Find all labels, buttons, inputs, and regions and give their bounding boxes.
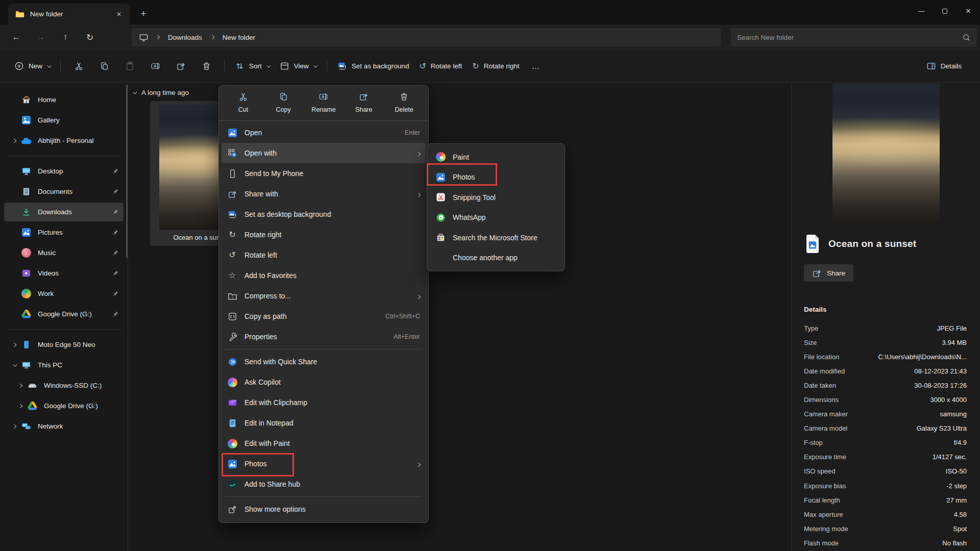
details-value: Galaxy S23 Ultra (917, 424, 967, 432)
chevron-right-icon[interactable] (14, 405, 27, 408)
sidebar-item-gallery[interactable]: Gallery (4, 111, 124, 130)
context-menu-item-send-to-my-phone[interactable]: Send to My Phone (222, 163, 426, 184)
sidebar-scrollbar[interactable] (126, 85, 128, 258)
context-menu-item-photos[interactable]: Photos (222, 454, 426, 474)
sidebar-item-moto-edge-50-neo[interactable]: Moto Edge 50 Neo (4, 335, 124, 354)
open-with-item-paint[interactable]: Paint (430, 147, 562, 167)
context-menu-item-edit-with-paint[interactable]: Edit with Paint (222, 433, 426, 454)
chevron-right-icon[interactable] (8, 139, 20, 142)
sidebar-item-documents[interactable]: Documents (4, 182, 124, 201)
context-menu-item-edit-in-notepad[interactable]: Edit in Notepad (222, 413, 426, 433)
context-quick-share-button[interactable]: Share (344, 91, 384, 113)
details-share-button[interactable]: Share (804, 264, 853, 282)
snipping-icon (435, 192, 446, 203)
context-menu-item-compress-to[interactable]: Compress to... (222, 286, 426, 306)
rotate-right-icon: ↻ (472, 62, 479, 70)
context-menu-item-add-to-share-hub[interactable]: Add to Share hub (222, 474, 426, 494)
chevron-down-icon[interactable] (8, 364, 20, 367)
sort-button[interactable]: Sort (230, 56, 275, 77)
sidebar-item-this-pc[interactable]: This PC (4, 356, 124, 374)
maximize-button[interactable] (933, 0, 957, 22)
new-tab-button[interactable]: + (136, 6, 151, 21)
context-menu-item-properties[interactable]: PropertiesAlt+Enter (222, 327, 426, 347)
rotate-left-button[interactable]: ↺ Rotate left (414, 56, 467, 77)
new-button[interactable]: New (9, 56, 55, 77)
paste-button[interactable] (117, 56, 142, 77)
sidebar-item-abhijith-personal[interactable]: Abhijith - Personal (4, 131, 124, 150)
share-icon (176, 61, 186, 71)
menu-item-label: Edit with Paint (244, 439, 290, 447)
tab-close-icon[interactable]: ✕ (112, 8, 126, 21)
context-menu-item-rotate-left[interactable]: ↺Rotate left (222, 245, 426, 265)
open-with-item-search-the-microsoft-store[interactable]: Search the Microsoft Store (430, 228, 562, 248)
view-button[interactable]: View (275, 56, 322, 77)
context-menu-item-send-with-quick-share[interactable]: Send with Quick Share (222, 352, 426, 372)
sidebar-item-desktop[interactable]: Desktop (4, 162, 124, 181)
delete-button[interactable] (193, 56, 219, 77)
set-as-background-button[interactable]: Set as background (332, 56, 414, 77)
search-box[interactable] (731, 28, 977, 46)
open-with-item-choose-another-app[interactable]: Choose another app (430, 248, 562, 268)
details-value: f/4.9 (954, 439, 967, 446)
photos-app-icon (227, 459, 237, 469)
rotate-right-button[interactable]: ↻ Rotate right (467, 56, 524, 77)
paste-icon (125, 61, 135, 71)
sidebar-item-work[interactable]: Work (4, 284, 124, 303)
forward-button[interactable]: → (29, 28, 53, 46)
sidebar-item-label: Network (38, 422, 119, 430)
chevron-right-icon[interactable] (8, 343, 20, 346)
details-toggle-button[interactable]: Details (921, 56, 967, 77)
context-quick-delete-button[interactable]: Delete (384, 91, 424, 113)
sidebar-item-home[interactable]: Home (4, 90, 124, 109)
group-header[interactable]: A long time ago (133, 89, 189, 96)
context-menu-item-share-with[interactable]: Share with (222, 184, 426, 204)
explorer-tab[interactable]: New folder ✕ (8, 4, 130, 24)
cut-button[interactable] (66, 56, 91, 77)
sidebar-item-music[interactable]: ♪Music (4, 243, 124, 262)
breadcrumb-item-new-folder[interactable]: New folder (222, 33, 257, 42)
back-button[interactable]: ← (4, 28, 29, 46)
search-icon[interactable] (962, 33, 971, 42)
rename-button[interactable] (142, 56, 168, 77)
context-menu-item-edit-with-clipchamp[interactable]: Edit with Clipchamp (222, 392, 426, 413)
sidebar-item-videos[interactable]: Videos (4, 264, 124, 283)
context-menu-item-add-to-favorites[interactable]: ☆Add to Favorites (222, 265, 426, 286)
context-menu-item-rotate-right[interactable]: ↻Rotate right (222, 224, 426, 245)
context-menu-item-set-as-desktop-background[interactable]: Set as desktop background (222, 204, 426, 224)
open-with-item-photos[interactable]: Photos (430, 167, 562, 188)
sidebar-item-downloads[interactable]: Downloads (4, 203, 124, 221)
context-quick-cut-button[interactable]: Cut (223, 91, 263, 113)
see-more-button[interactable]: … (525, 56, 548, 77)
copy-button[interactable] (91, 56, 117, 77)
context-menu-item-ask-copilot[interactable]: Ask Copilot (222, 372, 426, 392)
sidebar-item-pictures[interactable]: Pictures (4, 223, 124, 242)
sidebar-item-network[interactable]: Network (4, 417, 124, 436)
breadcrumb-item-downloads[interactable]: Downloads (167, 33, 203, 42)
context-menu-item-show-more-options[interactable]: Show more options (222, 499, 426, 519)
sidebar-item-windows-ssd-c[interactable]: Windows-SSD (C:) (10, 376, 124, 395)
context-quick-rename-button[interactable]: Rename (304, 91, 344, 113)
context-quick-copy-button[interactable]: Copy (263, 91, 304, 113)
details-row-file-location: File locationC:\Users\abhij\Downloads\N.… (804, 349, 967, 364)
new-button-label: New (29, 62, 42, 70)
close-button[interactable]: ✕ (957, 0, 980, 22)
refresh-button[interactable]: ↻ (78, 28, 102, 46)
sidebar-item-label: Music (38, 249, 112, 257)
photos-app-icon (435, 172, 446, 182)
context-menu-item-copy-as-path[interactable]: Copy as pathCtrl+Shift+C (222, 306, 426, 327)
breadcrumb[interactable]: DownloadsNew folder (132, 28, 721, 46)
image-preview[interactable] (832, 84, 940, 223)
open-with-item-whatsapp[interactable]: WhatsApp (430, 208, 562, 228)
open-with-item-snipping-tool[interactable]: Snipping Tool (430, 187, 562, 208)
context-menu-item-open[interactable]: OpenEnter (222, 122, 426, 143)
search-input[interactable] (737, 34, 962, 41)
chevron-right-icon[interactable] (14, 384, 27, 387)
menu-item-label: Open with (244, 149, 277, 157)
context-menu-item-open-with[interactable]: Open with (222, 143, 426, 163)
share-button[interactable] (168, 56, 193, 77)
minimize-button[interactable]: — (910, 0, 933, 22)
chevron-right-icon[interactable] (8, 425, 20, 428)
sidebar-item-google-drive-g[interactable]: Google Drive (G:) (10, 396, 124, 415)
up-button[interactable]: ↑ (53, 28, 78, 46)
sidebar-item-google-drive-g[interactable]: Google Drive (G:) (4, 305, 124, 323)
